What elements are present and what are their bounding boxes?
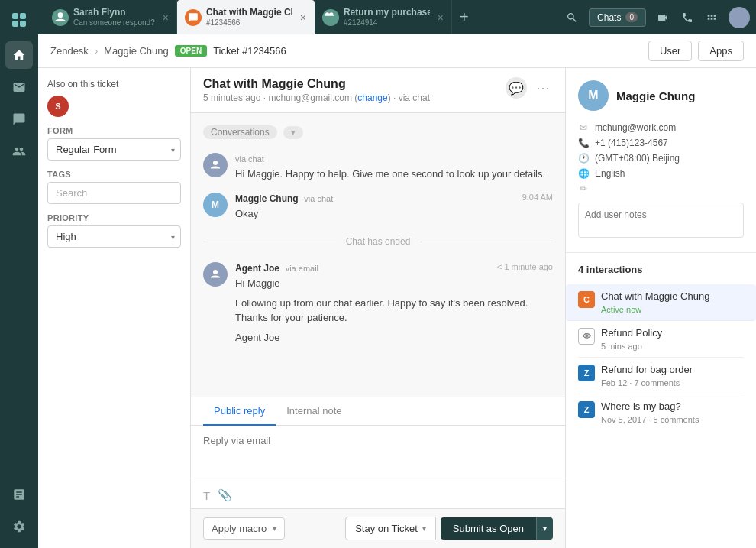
user-notes-input[interactable] — [578, 203, 744, 238]
svg-point-6 — [213, 270, 218, 274]
open-badge: OPEN — [175, 45, 207, 57]
sidebar-nav — [0, 0, 38, 548]
int-body-refund-policy: Refund Policy 5 mins ago — [601, 327, 744, 351]
int-meta-refund-policy: 5 mins ago — [601, 342, 744, 351]
right-panel: M Maggie Chung ✉ mchung@work.com 📞 +1 (4… — [565, 68, 756, 548]
int-body-chat: Chat with Maggie Chung Active now — [601, 290, 744, 314]
nav-settings[interactable] — [5, 513, 33, 540]
svg-rect-1 — [20, 13, 26, 19]
tab-avatar-sarah — [52, 9, 69, 26]
message-text-agent: via chat — [235, 153, 553, 164]
apps-button[interactable]: Apps — [698, 41, 744, 61]
nav-home[interactable] — [5, 41, 33, 69]
reply-tabs: Public reply Internal note — [191, 397, 565, 426]
tags-label: Tags — [47, 170, 181, 179]
interaction-item-bag-order[interactable]: Z Refund for bag order Feb 12 · 7 commen… — [578, 358, 744, 394]
apply-macro-button[interactable]: Apply macro ▾ — [203, 517, 285, 540]
user-avatar-top[interactable] — [729, 7, 750, 28]
int-icon-zendesk1: Z — [578, 365, 595, 381]
bottom-bar: Apply macro ▾ Stay on Ticket ▾ Submit as… — [191, 508, 565, 548]
int-title-where-bag: Where is my bag? — [601, 400, 744, 413]
video-icon[interactable] — [652, 7, 674, 28]
svg-point-4 — [58, 12, 63, 18]
message-body-agent: via chat Hi Maggie. Happy to help. Give … — [235, 153, 553, 182]
message-header-email: Agent Joe via email < 1 minute ago — [235, 262, 553, 274]
tab-title-maggie: Chat with Maggie Chung #1234566 — [206, 7, 292, 27]
phone-icon[interactable] — [677, 7, 698, 28]
message-content-maggie: Okay — [235, 206, 553, 222]
main-area: Sarah Flynn Can someone respond? × Chat … — [38, 0, 756, 548]
message-header-maggie: Maggie Chung via chat 9:04 AM — [235, 193, 553, 204]
priority-select[interactable]: High — [47, 225, 181, 248]
nav-tickets[interactable] — [5, 73, 33, 101]
user-phone: +1 (415)123-4567 — [595, 138, 668, 148]
int-icon-eye: 👁 — [578, 328, 595, 345]
tab-close-maggie[interactable]: × — [300, 11, 306, 24]
tab-search-icon[interactable] — [561, 7, 583, 28]
user-phone-row: 📞 +1 (415)123-4567 — [578, 135, 744, 151]
int-title-refund-policy: Refund Policy — [601, 327, 744, 340]
chats-button[interactable]: Chats 0 — [589, 8, 646, 27]
nav-reports[interactable] — [5, 481, 33, 508]
chats-badge: 0 — [625, 12, 638, 22]
nav-chat[interactable] — [5, 105, 33, 133]
user-button[interactable]: User — [648, 41, 692, 61]
breadcrumb-maggie[interactable]: Maggie Chung — [104, 45, 169, 57]
tab-close-return[interactable]: × — [438, 11, 444, 24]
int-icon-chat: C — [578, 291, 595, 308]
reply-toolbar: T 📎 — [191, 482, 565, 508]
conversations-label: Conversations ▾ — [203, 125, 553, 139]
interaction-item-where-bag[interactable]: Z Where is my bag? Nov 5, 2017 · 5 comme… — [578, 394, 744, 430]
message-item-maggie: M Maggie Chung via chat 9:04 AM Okay — [203, 193, 553, 222]
tab-public-reply[interactable]: Public reply — [203, 397, 276, 426]
tab-return-purchase[interactable]: Return my purchase #2124914 × — [315, 0, 452, 34]
macro-arrow-icon: ▾ — [273, 524, 276, 533]
int-icon-zendesk2: Z — [578, 401, 595, 418]
language-icon: 🌐 — [578, 168, 589, 179]
text-format-icon[interactable]: T — [203, 489, 210, 502]
interactions-title: 4 interactions — [578, 264, 744, 275]
tab-add-button[interactable]: + — [452, 5, 477, 30]
tab-avatar-maggie — [185, 9, 202, 26]
submit-as-open-button[interactable]: Submit as Open — [441, 517, 536, 540]
reply-area: Public reply Internal note T 📎 — [191, 397, 565, 508]
bottom-right-actions: Stay on Ticket ▾ Submit as Open ▾ — [345, 517, 553, 540]
message-content-agent: Hi Maggie. Happy to help. Give me one se… — [235, 167, 553, 182]
svg-rect-0 — [12, 13, 18, 19]
change-email-link[interactable]: change — [357, 92, 387, 103]
chat-icon: 💬 — [506, 77, 527, 99]
message-body-maggie: Maggie Chung via chat 9:04 AM Okay — [235, 193, 553, 222]
message-content-email: Hi Maggie Following up from our chat ear… — [235, 276, 553, 345]
also-on-ticket-label: Also on this ticket — [47, 79, 181, 89]
interaction-item-refund-policy[interactable]: 👁 Refund Policy 5 mins ago — [578, 321, 744, 358]
submit-dropdown-button[interactable]: ▾ — [536, 517, 553, 540]
interactions-section: 4 interactions C Chat with Maggie Chung … — [566, 253, 756, 441]
chat-more-menu[interactable]: ⋯ — [533, 79, 553, 96]
user-email-row: ✉ mchung@work.com — [578, 120, 744, 135]
form-select[interactable]: Regular Form — [47, 138, 181, 161]
chat-header-info: Chat with Maggie Chung 5 minutes ago · m… — [203, 77, 430, 103]
edit-icon: ✏ — [578, 183, 589, 194]
middle-panel: Chat with Maggie Chung 5 minutes ago · m… — [191, 68, 565, 548]
breadcrumb-zendesk[interactable]: Zendesk — [50, 45, 89, 57]
nav-users[interactable] — [5, 138, 33, 165]
grid-icon[interactable] — [701, 7, 722, 28]
int-title-bag-order: Refund for bag order — [601, 364, 744, 377]
sub-header-actions: User Apps — [648, 41, 744, 61]
stay-on-ticket-group: Stay on Ticket ▾ — [345, 517, 436, 540]
tab-close-sarah[interactable]: × — [163, 11, 169, 24]
message-item-email: Agent Joe via email < 1 minute ago Hi Ma… — [203, 262, 553, 345]
tab-sarah-flynn[interactable]: Sarah Flynn Can someone respond? × — [44, 0, 177, 34]
clock-icon: 🕐 — [578, 153, 589, 164]
tab-maggie-chung[interactable]: Chat with Maggie Chung #1234566 × — [177, 0, 315, 34]
reply-input[interactable] — [191, 426, 565, 479]
attach-icon[interactable]: 📎 — [218, 488, 232, 502]
tab-internal-note[interactable]: Internal note — [276, 397, 352, 426]
form-label: Form — [47, 126, 181, 135]
maggie-avatar: M — [203, 193, 228, 217]
user-profile-top: M Maggie Chung — [578, 80, 744, 111]
tags-search-input[interactable] — [47, 182, 181, 204]
stay-dropdown-icon: ▾ — [422, 524, 426, 533]
stay-on-ticket-button[interactable]: Stay on Ticket ▾ — [345, 517, 436, 540]
interaction-item-chat[interactable]: C Chat with Maggie Chung Active now — [566, 284, 756, 321]
